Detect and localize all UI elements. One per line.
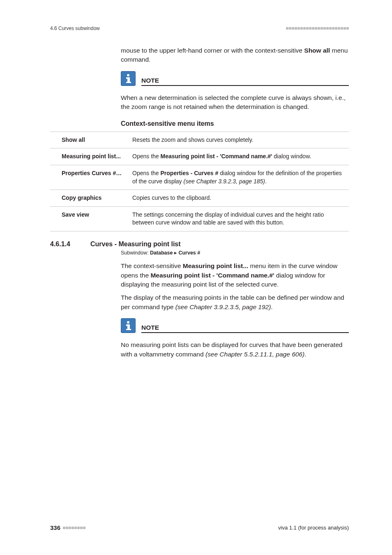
ctx-label-measuring-point: Measuring point list... xyxy=(50,148,132,165)
subwindow-path: Subwindow: Database ▸ Curves # xyxy=(121,250,349,256)
intro-paragraph: mouse to the upper left-hand corner or w… xyxy=(121,46,349,65)
section-paragraph-1: The context-sensitive Measuring point li… xyxy=(121,261,349,289)
ctx-desc: Copies curves to the clipboard. xyxy=(132,190,349,207)
table-row: Show all Resets the zoom and shows curve… xyxy=(50,132,349,148)
p2-text: . xyxy=(271,303,272,310)
ctx-label-copy-graphics: Copy graphics xyxy=(50,190,132,207)
section-heading-row: 4.6.1.4 Curves - Measuring point list xyxy=(50,240,349,248)
note2-italic: (see Chapter 5.5.2.11.1, page 606) xyxy=(205,351,304,358)
ctx-desc: Resets the zoom and shows curves complet… xyxy=(132,132,349,148)
ctx-desc: Opens the Measuring point list - 'Comman… xyxy=(132,148,349,165)
header-section-path: 4.6 Curves subwindow xyxy=(50,25,100,31)
ctx-desc-text: Opens the xyxy=(132,153,161,160)
svg-point-0 xyxy=(127,74,129,76)
svg-rect-7 xyxy=(126,329,131,330)
table-row: Measuring point list... Opens the Measur… xyxy=(50,148,349,165)
note-text: When a new determination is selected the… xyxy=(121,93,349,112)
note-rule xyxy=(141,85,349,86)
ctx-desc-italic: (see Chapter 3.9.2.3, page 185) xyxy=(184,178,265,185)
context-menu-table: Show all Resets the zoom and shows curve… xyxy=(50,132,349,231)
ctx-desc-text: dialog window. xyxy=(272,153,311,160)
p1-bold: Measuring point list - 'Command name.#' xyxy=(150,272,274,279)
subwindow-curves: Curves # xyxy=(178,250,200,256)
page-number: 336 xyxy=(50,524,60,531)
note-block-2: NOTE No measuring point lists can be dis… xyxy=(121,318,349,359)
context-menu-heading: Context-sensitive menu items xyxy=(121,120,349,127)
ctx-desc-text: Opens the xyxy=(132,170,161,176)
svg-rect-3 xyxy=(126,82,131,83)
ctx-label-save-view: Save view xyxy=(50,206,132,231)
table-row: Save view The settings concerning the di… xyxy=(50,206,349,231)
info-icon xyxy=(121,318,136,333)
subwindow-sep: ▸ xyxy=(173,250,178,256)
subwindow-label: Subwindow: xyxy=(121,250,150,256)
ctx-desc: Opens the Properties - Curves # dialog w… xyxy=(132,165,349,190)
intro-text: mouse to the upper left-hand corner or w… xyxy=(121,47,304,54)
note2-text: . xyxy=(304,351,306,358)
note-title: NOTE xyxy=(141,77,349,84)
table-row: Copy graphics Copies curves to the clipb… xyxy=(50,190,349,207)
note-text: No measuring point lists can be displaye… xyxy=(121,340,349,359)
subwindow-database: Database xyxy=(150,250,173,256)
note-block-1: NOTE When a new determination is selecte… xyxy=(121,71,349,112)
p2-italic: (see Chapter 3.9.2.3.5, page 192) xyxy=(175,303,271,310)
ctx-label-properties-curves: Properties Curves #… xyxy=(50,165,132,190)
footer-decoration xyxy=(63,527,85,529)
note-rule xyxy=(141,332,349,333)
footer-product: viva 1.1 (for process analysis) xyxy=(278,525,349,531)
note-title: NOTE xyxy=(141,324,349,331)
page-header: 4.6 Curves subwindow xyxy=(50,25,349,31)
p1-text: The context-sensitive xyxy=(121,262,183,269)
ctx-desc: The settings concerning the display of i… xyxy=(132,206,349,231)
ctx-desc-text: . xyxy=(265,178,267,185)
ctx-desc-bold: Properties - Curves # xyxy=(161,170,219,176)
intro-show-all: Show all xyxy=(304,47,330,54)
section-number: 4.6.1.4 xyxy=(50,240,81,248)
section-title: Curves - Measuring point list xyxy=(90,240,181,248)
info-icon xyxy=(121,71,136,86)
page-footer: 336 viva 1.1 (for process analysis) xyxy=(50,524,349,531)
ctx-label-show-all: Show all xyxy=(50,132,132,148)
header-decoration xyxy=(286,27,349,30)
section-paragraph-2: The display of the measuring points in t… xyxy=(121,293,349,312)
svg-point-4 xyxy=(127,321,129,324)
ctx-desc-bold: Measuring point list - 'Command name.#' xyxy=(161,153,272,160)
table-row: Properties Curves #… Opens the Propertie… xyxy=(50,165,349,190)
p1-bold: Measuring point list... xyxy=(183,262,248,269)
